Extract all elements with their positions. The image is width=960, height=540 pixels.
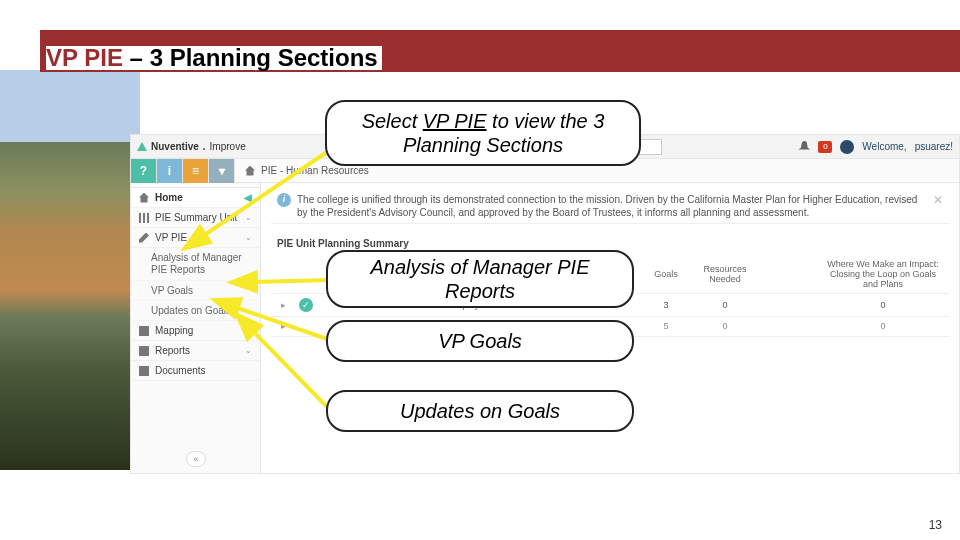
logo-triangle-icon [137,142,147,151]
sidebar-label: Documents [155,365,206,376]
title-accent: VP PIE [46,44,123,71]
bell-icon[interactable] [798,141,810,153]
callout-underline: VP PIE [423,110,487,132]
sidebar-collapse[interactable]: « [186,451,206,467]
cell-impact: 0 [823,321,943,331]
title-sep: – [123,44,150,71]
documents-icon [139,366,149,376]
unit-heading: PIE Unit Planning Summary [271,238,949,249]
help-button[interactable]: ? [131,159,157,183]
expand-icon[interactable]: ▸ [277,321,289,331]
notification-badge: 0 [818,141,832,153]
callout-analysis: Analysis of Manager PIE Reports [326,250,634,308]
sidebar-item-mapping[interactable]: Mapping ⌄ [131,321,260,341]
sidebar-item-documents[interactable]: Documents [131,361,260,381]
sidebar-label: Reports [155,345,190,356]
chevron-down-icon: ⌄ [245,213,252,222]
sidebar-item-reports[interactable]: Reports ⌄ [131,341,260,361]
col-impact: Where We Make an Impact: Closing the Loo… [823,259,943,289]
avatar-icon[interactable] [840,140,854,154]
mapping-icon [139,326,149,336]
filter-button[interactable]: ▾ [209,159,235,183]
page-number: 13 [929,518,942,532]
breadcrumb-text: PIE - Human Resources [261,165,369,176]
menu-button[interactable]: ≡ [183,159,209,183]
sidebar-item-vp-pie[interactable]: VP PIE ⌄ [131,228,260,248]
sidebar-subitem-updates[interactable]: Updates on Goals [131,301,260,321]
home-icon[interactable] [245,166,255,176]
sidebar-subitem-analysis[interactable]: Analysis of Manager PIE Reports [131,248,260,281]
slide-background-photo [0,70,140,470]
callout-updates: Updates on Goals [326,390,634,432]
callout-text: VP Goals [438,329,522,353]
brand-sub: Improve [210,141,246,152]
sidebar-label: PIE Summary Unit [155,212,237,223]
chevron-down-icon: ⌄ [245,233,252,242]
check-icon: ✓ [299,298,313,312]
active-marker-icon: ◀ [244,192,252,203]
home-icon [139,193,149,203]
cell-res: 0 [695,321,755,331]
cell-goals: 3 [641,300,691,310]
title-rest: 3 Planning Sections [150,44,378,71]
info-text: The college is unified through its demon… [297,193,927,219]
callout-text: Select [362,110,423,132]
callout-vp-goals: VP Goals [326,320,634,362]
chevron-down-icon: ⌄ [245,326,252,335]
callout-select-vp-pie: Select VP PIE to view the 3 Planning Sec… [325,100,641,166]
notification-area: 0 Welcome, psuarez! [798,140,953,154]
chevron-down-icon: ⌄ [245,346,252,355]
username-label: psuarez! [915,141,953,152]
pencil-icon [139,233,149,243]
cell-impact: 0 [823,300,943,310]
columns-icon [139,213,149,223]
sidebar-label: Home [155,192,183,203]
close-icon[interactable]: ✕ [933,193,943,209]
sidebar-item-home[interactable]: Home ◀ [131,187,260,208]
user-info[interactable]: Welcome, psuarez! [862,141,953,152]
expand-icon[interactable]: ▸ [277,300,289,310]
app-logo: Nuventive. Improve [137,141,246,152]
brand-name: Nuventive [151,141,199,152]
sidebar-item-pie-summary[interactable]: PIE Summary Unit ⌄ [131,208,260,228]
cell-goals: 5 [641,321,691,331]
sidebar-label: Mapping [155,325,193,336]
slide-title: VP PIE – 3 Planning Sections [46,46,382,70]
col-resources: Resources Needed [695,264,755,284]
info-icon: i [277,193,291,207]
reports-icon [139,346,149,356]
sidebar: Home ◀ PIE Summary Unit ⌄ VP PIE ⌄ Analy… [131,183,261,473]
mission-info-banner: i The college is unified through its dem… [271,189,949,224]
col-goals: Goals [641,269,691,279]
welcome-label: Welcome, [862,141,906,152]
callout-text: Analysis of Manager PIE Reports [338,255,622,303]
sidebar-label: VP PIE [155,232,187,243]
cell-res: 0 [695,300,755,310]
callout-text: Updates on Goals [400,399,560,423]
info-button[interactable]: i [157,159,183,183]
sidebar-subitem-vpgoals[interactable]: VP Goals [131,281,260,301]
